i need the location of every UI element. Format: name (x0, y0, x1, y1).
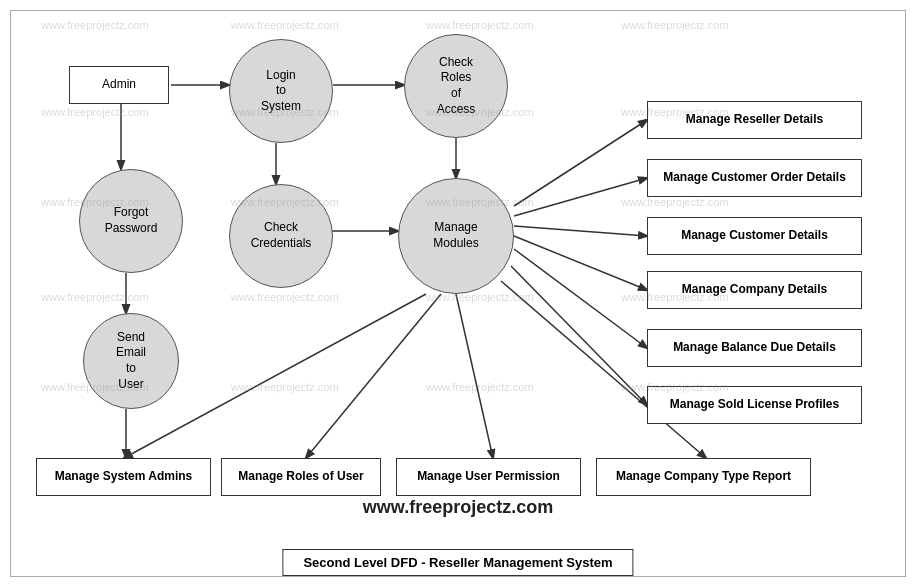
watermark-13: www.freeprojectz.com (41, 291, 149, 303)
manage-reseller-details-node: Manage Reseller Details (647, 101, 862, 139)
watermark-14: www.freeprojectz.com (231, 291, 339, 303)
manage-user-permission-node: Manage User Permission (396, 458, 581, 496)
manage-roles-of-user-node: Manage Roles of User (221, 458, 381, 496)
manage-company-type-report-node: Manage Company Type Report (596, 458, 811, 496)
watermark-4: www.freeprojectz.com (621, 19, 729, 31)
svg-line-9 (514, 178, 647, 216)
watermark-2: www.freeprojectz.com (231, 19, 339, 31)
svg-line-11 (514, 236, 647, 290)
website-label: www.freeprojectz.com (11, 497, 905, 518)
svg-line-15 (306, 294, 441, 458)
check-roles-node: CheckRolesofAccess (404, 34, 508, 138)
watermark-5: www.freeprojectz.com (41, 106, 149, 118)
diagram-container: Admin LogintoSystem CheckRolesofAccess F… (10, 10, 906, 577)
admin-node: Admin (69, 66, 169, 104)
login-to-system-node: LogintoSystem (229, 39, 333, 143)
svg-line-16 (456, 294, 493, 458)
subtitle-box: Second Level DFD - Reseller Management S… (282, 549, 633, 576)
manage-system-admins-node: Manage System Admins (36, 458, 211, 496)
manage-customer-details-node: Manage Customer Details (647, 217, 862, 255)
watermark-18: www.freeprojectz.com (231, 381, 339, 393)
forgot-password-node: ForgotPassword (79, 169, 183, 273)
manage-customer-order-details-node: Manage Customer Order Details (647, 159, 862, 197)
svg-line-8 (514, 120, 647, 206)
svg-line-10 (514, 226, 647, 236)
svg-line-13 (511, 266, 647, 405)
canvas: Admin LogintoSystem CheckRolesofAccess F… (11, 11, 905, 576)
watermark-1: www.freeprojectz.com (41, 19, 149, 31)
watermark-12: www.freeprojectz.com (621, 196, 729, 208)
manage-company-details-node: Manage Company Details (647, 271, 862, 309)
manage-sold-license-profiles-node: Manage Sold License Profiles (647, 386, 862, 424)
manage-modules-node: ManageModules (398, 178, 514, 294)
check-credentials-node: CheckCredentials (229, 184, 333, 288)
watermark-19: www.freeprojectz.com (426, 381, 534, 393)
manage-balance-due-details-node: Manage Balance Due Details (647, 329, 862, 367)
watermark-3: www.freeprojectz.com (426, 19, 534, 31)
svg-line-12 (514, 249, 647, 348)
send-email-node: SendEmailtoUser (83, 313, 179, 409)
watermark-15: www.freeprojectz.com (426, 291, 534, 303)
